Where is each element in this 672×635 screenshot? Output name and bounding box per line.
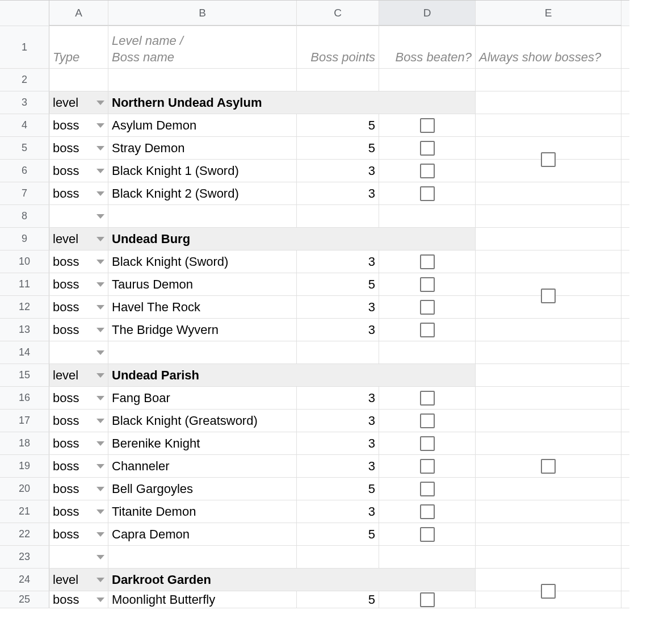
boss-points-cell[interactable]: 3	[297, 182, 379, 204]
row-header[interactable]: 7	[0, 182, 49, 204]
row-header[interactable]: 6	[0, 160, 49, 182]
row-header[interactable]: 23	[0, 546, 49, 568]
always-show-checkbox[interactable]	[541, 152, 556, 167]
row-header[interactable]: 25	[0, 591, 49, 608]
row-header[interactable]: 5	[0, 137, 49, 159]
boss-beaten-cell[interactable]	[379, 205, 476, 227]
boss-beaten-cell[interactable]	[379, 432, 476, 454]
boss-beaten-checkbox[interactable]	[420, 323, 435, 337]
spreadsheet-grid[interactable]: ABCDE1TypeLevel name / Boss nameBoss poi…	[0, 0, 629, 608]
row-header[interactable]: 19	[0, 455, 49, 477]
boss-beaten-checkbox[interactable]	[420, 141, 435, 156]
level-name-cell[interactable]: Undead Burg	[108, 228, 476, 250]
boss-beaten-checkbox[interactable]	[420, 254, 435, 269]
select-all-corner[interactable]	[0, 1, 49, 26]
boss-beaten-checkbox[interactable]	[420, 436, 435, 451]
row-header[interactable]: 4	[0, 114, 49, 136]
boss-beaten-checkbox[interactable]	[420, 482, 435, 496]
boss-points-cell[interactable]: 3	[297, 410, 379, 432]
boss-points-cell[interactable]: 5	[297, 591, 379, 608]
boss-points-cell[interactable]: 3	[297, 296, 379, 318]
type-cell[interactable]	[49, 341, 108, 364]
row-header[interactable]: 1	[0, 26, 49, 68]
boss-points-cell[interactable]: 5	[297, 114, 379, 136]
header-cell-A[interactable]: Type	[49, 26, 108, 68]
column-header-C[interactable]: C	[297, 1, 379, 26]
boss-beaten-checkbox[interactable]	[420, 118, 435, 133]
row-header[interactable]: 9	[0, 228, 49, 250]
row-header[interactable]: 14	[0, 341, 49, 364]
boss-beaten-cell[interactable]	[379, 478, 476, 500]
boss-beaten-cell[interactable]	[379, 500, 476, 523]
boss-beaten-cell[interactable]	[379, 137, 476, 159]
boss-points-cell[interactable]: 3	[297, 455, 379, 477]
boss-name-cell[interactable]	[108, 205, 297, 227]
boss-points-cell[interactable]	[297, 341, 379, 364]
column-header-B[interactable]: B	[108, 1, 297, 26]
row-header[interactable]: 21	[0, 500, 49, 523]
type-cell[interactable]: level	[49, 569, 108, 591]
boss-points-cell[interactable]: 5	[297, 273, 379, 295]
row-header[interactable]: 2	[0, 69, 49, 91]
boss-name-cell[interactable]: Havel The Rock	[108, 296, 297, 318]
always-show-cell[interactable]	[476, 228, 621, 364]
type-cell[interactable]: boss	[49, 500, 108, 523]
boss-name-cell[interactable]: Channeler	[108, 455, 297, 477]
type-cell[interactable]: boss	[49, 137, 108, 159]
type-cell[interactable]: level	[49, 364, 108, 386]
type-cell[interactable]	[49, 546, 108, 568]
boss-beaten-cell[interactable]	[379, 160, 476, 182]
type-cell[interactable]: boss	[49, 523, 108, 545]
boss-beaten-cell[interactable]	[379, 296, 476, 318]
boss-name-cell[interactable]: Black Knight 1 (Sword)	[108, 160, 297, 182]
boss-beaten-cell[interactable]	[379, 182, 476, 204]
boss-name-cell[interactable]: Black Knight (Sword)	[108, 250, 297, 273]
boss-beaten-cell[interactable]	[379, 387, 476, 409]
boss-name-cell[interactable]: Capra Demon	[108, 523, 297, 545]
row-header[interactable]: 16	[0, 387, 49, 409]
boss-beaten-cell[interactable]	[379, 250, 476, 273]
boss-name-cell[interactable]: Moonlight Butterfly	[108, 591, 297, 608]
cell-blank[interactable]	[379, 69, 476, 91]
boss-beaten-checkbox[interactable]	[420, 504, 435, 519]
always-show-cell[interactable]	[476, 364, 621, 569]
boss-beaten-checkbox[interactable]	[420, 459, 435, 474]
boss-beaten-checkbox[interactable]	[420, 164, 435, 178]
boss-name-cell[interactable]: Fang Boar	[108, 387, 297, 409]
type-cell[interactable]: boss	[49, 410, 108, 432]
boss-name-cell[interactable]: Titanite Demon	[108, 500, 297, 523]
row-header[interactable]: 15	[0, 364, 49, 386]
boss-beaten-checkbox[interactable]	[420, 277, 435, 292]
boss-points-cell[interactable]: 3	[297, 250, 379, 273]
boss-points-cell[interactable]	[297, 546, 379, 568]
boss-beaten-cell[interactable]	[379, 455, 476, 477]
column-header-A[interactable]: A	[49, 1, 108, 26]
boss-name-cell[interactable]	[108, 341, 297, 364]
boss-beaten-checkbox[interactable]	[420, 300, 435, 315]
type-cell[interactable]: level	[49, 228, 108, 250]
boss-points-cell[interactable]: 3	[297, 387, 379, 409]
type-cell[interactable]: boss	[49, 160, 108, 182]
header-cell-C[interactable]: Boss points	[297, 26, 379, 68]
type-cell[interactable]: boss	[49, 319, 108, 341]
boss-name-cell[interactable]: The Bridge Wyvern	[108, 319, 297, 341]
boss-beaten-cell[interactable]	[379, 546, 476, 568]
boss-beaten-checkbox[interactable]	[420, 592, 435, 607]
always-show-cell[interactable]	[476, 569, 621, 608]
boss-name-cell[interactable]: Asylum Demon	[108, 114, 297, 136]
cell-blank[interactable]	[297, 69, 379, 91]
boss-beaten-cell[interactable]	[379, 273, 476, 295]
header-cell-D[interactable]: Boss beaten?	[379, 26, 476, 68]
boss-name-cell[interactable]: Black Knight (Greatsword)	[108, 410, 297, 432]
row-header[interactable]: 8	[0, 205, 49, 227]
column-header-D[interactable]: D	[379, 1, 476, 26]
type-cell[interactable]: boss	[49, 432, 108, 454]
boss-beaten-checkbox[interactable]	[420, 391, 435, 406]
header-cell-B[interactable]: Level name / Boss name	[108, 26, 297, 68]
cell-blank[interactable]	[49, 69, 108, 91]
boss-beaten-cell[interactable]	[379, 319, 476, 341]
boss-name-cell[interactable]: Berenike Knight	[108, 432, 297, 454]
boss-beaten-cell[interactable]	[379, 341, 476, 364]
always-show-checkbox[interactable]	[541, 289, 556, 303]
boss-name-cell[interactable]: Bell Gargoyles	[108, 478, 297, 500]
